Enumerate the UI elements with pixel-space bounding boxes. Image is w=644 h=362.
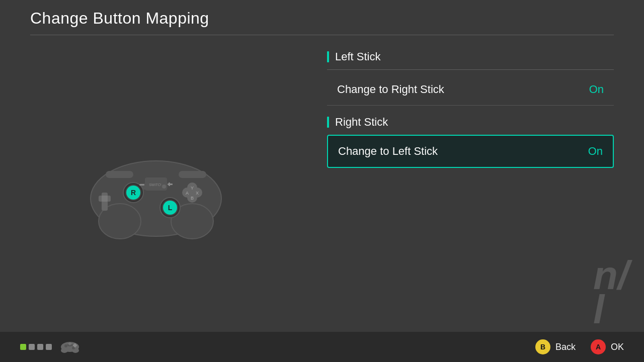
- bottom-left: [20, 339, 80, 355]
- svg-text:R: R: [131, 189, 136, 197]
- ok-label: OK: [611, 342, 624, 352]
- dot-3: [37, 344, 43, 350]
- left-stick-indicator: [327, 51, 329, 62]
- main-content: SWITCH R: [0, 35, 644, 337]
- right-stick-header: Right Stick: [327, 116, 614, 129]
- svg-point-37: [64, 344, 67, 347]
- right-stick-section: Right Stick Change to Left Stick On: [327, 116, 614, 168]
- svg-rect-31: [169, 183, 170, 186]
- left-stick-title: Left Stick: [335, 50, 380, 63]
- change-to-right-stick-value: On: [589, 83, 604, 96]
- watermark: n/l: [593, 258, 629, 327]
- left-stick-header: Left Stick: [327, 50, 614, 63]
- back-label: Back: [555, 342, 576, 352]
- change-to-left-stick-label: Change to Left Stick: [338, 145, 438, 158]
- left-stick-section: Left Stick Change to Right Stick On: [327, 50, 614, 106]
- b-button-icon: B: [535, 339, 550, 354]
- page-title: Change Button Mapping: [30, 9, 614, 28]
- svg-point-10: [162, 185, 166, 189]
- dot-4: [46, 344, 52, 350]
- controller-icon-small: [60, 339, 80, 355]
- svg-text:L: L: [168, 204, 173, 212]
- left-panel: SWITCH R: [0, 35, 312, 337]
- svg-text:B: B: [191, 196, 194, 201]
- header: Change Button Mapping: [0, 0, 644, 35]
- change-to-right-stick-option[interactable]: Change to Right Stick On: [327, 74, 614, 106]
- svg-rect-7: [179, 171, 206, 178]
- change-to-right-stick-label: Change to Right Stick: [337, 83, 444, 96]
- right-stick-indicator: [327, 117, 329, 128]
- indicator-dots: [20, 344, 52, 350]
- svg-rect-13: [102, 196, 108, 202]
- svg-rect-32: [139, 184, 144, 186]
- bottom-right: B Back A OK: [535, 339, 624, 354]
- bottom-bar: B Back A OK: [0, 332, 644, 362]
- svg-rect-6: [106, 171, 133, 178]
- svg-point-34: [61, 348, 68, 353]
- dot-1: [20, 344, 26, 350]
- svg-text:A: A: [186, 191, 189, 196]
- dot-2: [29, 344, 35, 350]
- left-stick-divider: [327, 69, 614, 70]
- ok-action[interactable]: A OK: [591, 339, 624, 354]
- svg-point-44: [74, 345, 76, 347]
- controller-container: SWITCH R: [86, 131, 226, 241]
- change-to-left-stick-option[interactable]: Change to Left Stick On: [327, 135, 614, 168]
- a-button-icon: A: [591, 339, 606, 354]
- change-to-left-stick-value: On: [588, 145, 603, 158]
- back-action[interactable]: B Back: [535, 339, 576, 354]
- svg-rect-40: [69, 342, 70, 345]
- right-stick-title: Right Stick: [335, 116, 388, 129]
- controller-illustration: SWITCH R: [86, 131, 226, 241]
